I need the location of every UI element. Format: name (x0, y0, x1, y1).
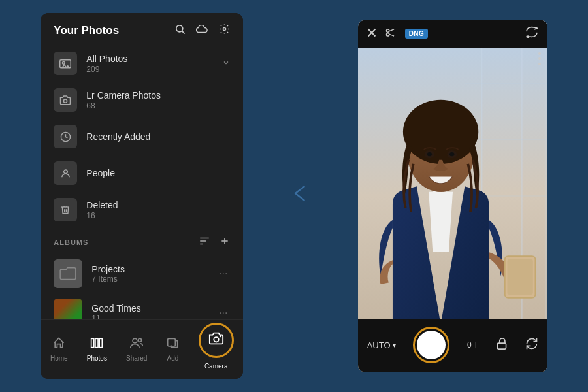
shared-nav-label: Shared (126, 355, 147, 362)
nav-add[interactable]: Add (159, 334, 188, 365)
close-camera-icon[interactable] (367, 28, 376, 40)
deleted-label: Deleted (86, 200, 230, 210)
svg-rect-18 (167, 338, 175, 346)
nav-photos[interactable]: Photos (79, 334, 115, 365)
auto-text: AUTO (367, 340, 391, 350)
add-nav-icon (167, 336, 180, 353)
dot-2 (538, 57, 541, 60)
camera-panel: DNG (358, 20, 547, 372)
all-photos-icon-wrap (54, 52, 77, 75)
shutter-button[interactable] (417, 331, 446, 359)
svg-point-17 (139, 338, 142, 342)
library-item-recently-added[interactable]: Recently Added (41, 118, 243, 155)
people-label: People (86, 168, 230, 178)
lr-camera-text: Lr Camera Photos 68 (86, 90, 230, 110)
shutter-wrap (413, 327, 449, 363)
photos-nav-icon (90, 336, 103, 353)
album-item-projects[interactable]: Projects 7 Items ··· (41, 254, 243, 293)
svg-point-16 (133, 338, 137, 343)
nav-camera[interactable]: Camera (191, 325, 242, 372)
auto-label[interactable]: AUTO ▾ (367, 340, 396, 350)
home-nav-icon (52, 336, 65, 353)
home-nav-label: Home (50, 355, 68, 362)
svg-rect-13 (91, 338, 94, 347)
svg-point-2 (223, 27, 226, 30)
svg-point-39 (427, 152, 431, 156)
svg-rect-15 (99, 338, 102, 347)
all-photos-count: 209 (86, 65, 222, 74)
album-thumb-projects (54, 259, 82, 288)
svg-point-5 (64, 99, 67, 103)
shared-nav-icon (129, 336, 144, 353)
album-good-times-more[interactable]: ··· (216, 304, 230, 319)
camera-header: DNG (358, 20, 547, 48)
album-good-times-name: Good Times (91, 303, 216, 314)
lr-camera-count: 68 (86, 101, 230, 110)
scissors-icon[interactable] (385, 28, 396, 40)
album-good-times-count: 11 (91, 314, 216, 319)
library-item-people[interactable]: People (41, 155, 243, 191)
add-nav-label: Add (167, 355, 179, 362)
dng-badge[interactable]: DNG (405, 29, 429, 39)
people-text: People (86, 168, 230, 178)
deleted-count: 16 (86, 211, 230, 220)
nav-shared[interactable]: Shared (118, 334, 155, 365)
camera-dots-menu[interactable] (538, 52, 541, 65)
library-item-all-photos[interactable]: All Photos 209 (41, 45, 243, 82)
svg-rect-43 (497, 343, 506, 349)
header-icons (174, 24, 230, 37)
settings-icon[interactable] (219, 24, 230, 37)
all-photos-chevron (222, 58, 230, 69)
album-good-times-info: Good Times 11 (91, 303, 216, 319)
albums-actions (199, 236, 230, 249)
svg-point-25 (386, 33, 389, 35)
panel-header: Your Photos (41, 13, 243, 45)
camera-nav-label: Camera (204, 363, 228, 370)
albums-label: ALBUMS (54, 238, 88, 246)
shutter-ring[interactable] (413, 327, 449, 363)
recently-added-icon-wrap (54, 125, 77, 148)
sort-icon[interactable] (199, 237, 210, 248)
svg-point-21 (220, 335, 221, 336)
library-item-deleted[interactable]: Deleted 16 (41, 191, 243, 228)
flip-camera-icon[interactable] (525, 26, 538, 41)
svg-rect-14 (95, 338, 98, 347)
album-projects-count: 7 Items (91, 274, 216, 284)
svg-point-40 (449, 152, 454, 156)
deleted-text: Deleted 16 (86, 200, 230, 220)
svg-line-1 (182, 31, 185, 34)
library-list: All Photos 209 Lr Cam (41, 45, 243, 319)
library-item-lr-camera[interactable]: Lr Camera Photos 68 (41, 82, 243, 118)
lr-camera-icon-wrap (54, 88, 77, 112)
svg-point-7 (63, 169, 67, 173)
album-projects-name: Projects (91, 264, 216, 274)
svg-point-36 (403, 100, 478, 164)
people-icon-wrap (54, 161, 77, 185)
search-icon[interactable] (174, 24, 186, 37)
album-item-good-times[interactable]: Good Times 11 ··· (41, 293, 243, 319)
svg-point-0 (176, 25, 183, 32)
add-album-icon[interactable] (220, 236, 230, 249)
album-projects-info: Projects 7 Items (91, 264, 216, 284)
auto-chevron-icon: ▾ (393, 342, 396, 349)
left-panel: Your Photos (41, 13, 243, 379)
lr-camera-label: Lr Camera Photos (86, 90, 230, 101)
recently-added-text: Recently Added (86, 131, 230, 142)
dot-3 (538, 63, 541, 65)
svg-point-4 (63, 61, 65, 64)
all-photos-text: All Photos 209 (86, 54, 222, 74)
all-photos-label: All Photos (86, 54, 222, 64)
svg-point-20 (214, 337, 218, 342)
nav-home[interactable]: Home (42, 334, 76, 365)
cloud-icon[interactable] (196, 25, 208, 37)
panel-arrow (291, 180, 310, 212)
refresh-icon[interactable] (525, 337, 538, 353)
camera-nav-icon (208, 331, 224, 350)
album-projects-more[interactable]: ··· (216, 265, 230, 282)
camera-controls: AUTO ▾ 0 T (358, 319, 547, 372)
lock-icon[interactable] (496, 337, 508, 353)
main-container: Your Photos (0, 0, 588, 392)
album-thumb-good-times (54, 299, 82, 319)
timer-label[interactable]: 0 T (467, 340, 478, 350)
camera-header-left: DNG (367, 28, 429, 40)
